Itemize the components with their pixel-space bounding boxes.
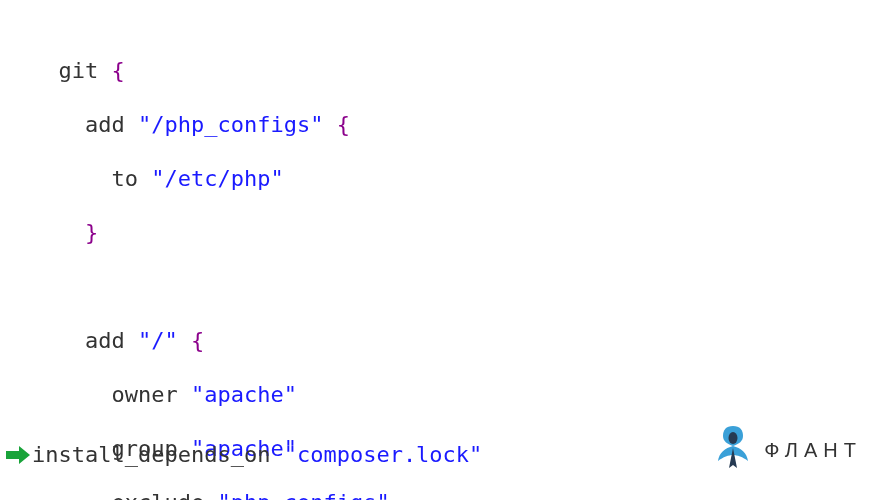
keyword-add: add — [85, 112, 125, 137]
arrow-right-icon — [6, 444, 32, 466]
brace-open: { — [191, 328, 204, 353]
code-line: git { — [32, 57, 890, 84]
keyword-install-depends-on: install_depends_on — [32, 442, 270, 467]
string-value: "php_configs" — [217, 490, 389, 500]
code-line: owner "apache" — [32, 381, 890, 408]
highlighted-line-row: install_depends_on "composer.lock" — [6, 441, 482, 468]
string-value: "composer.lock" — [284, 442, 483, 467]
flant-logo-icon — [712, 424, 754, 476]
string-value: "apache" — [191, 382, 297, 407]
brace-open: { — [111, 58, 124, 83]
keyword-git: git — [58, 58, 98, 83]
code-line: add "/php_configs" { — [32, 111, 890, 138]
brand-logo-text: ФЛАНТ — [764, 437, 862, 464]
string-path: "/" — [138, 328, 178, 353]
keyword-to: to — [111, 166, 138, 191]
brace-close: } — [85, 220, 98, 245]
brand-logo: ФЛАНТ — [712, 424, 862, 476]
keyword-add: add — [85, 328, 125, 353]
keyword-exclude: exclude — [111, 490, 204, 500]
code-line: } — [32, 219, 890, 246]
code-line-highlighted: install_depends_on "composer.lock" — [32, 441, 482, 468]
code-line: add "/" { — [32, 327, 890, 354]
string-path: "/etc/php" — [151, 166, 283, 191]
keyword-owner: owner — [111, 382, 177, 407]
brace-open: { — [337, 112, 350, 137]
code-line-blank — [32, 273, 890, 300]
code-line: to "/etc/php" — [32, 165, 890, 192]
string-path: "/php_configs" — [138, 112, 323, 137]
code-line: exclude "php_configs" — [32, 489, 890, 500]
svg-point-0 — [729, 432, 738, 444]
